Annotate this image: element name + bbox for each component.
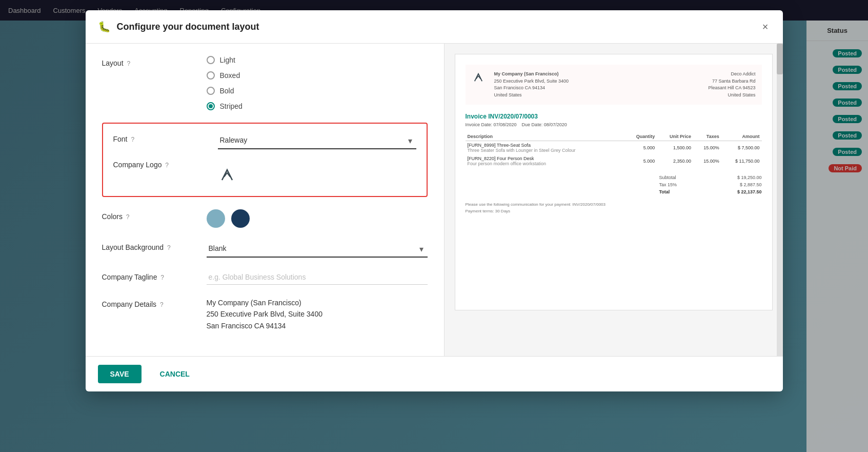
invoice-dates: Invoice Date: 07/08/2020 Due Date: 08/07… [466,122,762,127]
col-description: Description [466,132,625,141]
radio-light[interactable] [207,56,215,64]
layout-help-icon[interactable]: ? [127,60,130,67]
background-select-wrapper: Blank Geometric Custom ▾ [207,240,428,258]
font-label: Font ? [113,132,206,143]
layout-boxed-label: Boxed [220,71,240,80]
background-help-icon[interactable]: ? [167,244,171,251]
tagline-control [207,270,428,285]
bug-icon: 🐛 [98,21,111,33]
font-logo-highlight-box: Font ? Raleway Roboto Open Sans Lato [102,123,428,197]
tax-row: Tax 15% $ 2,887.50 [659,181,762,188]
col-quantity: Quantity [624,132,657,141]
layout-label: Layout ? [102,56,194,67]
company-details-text: My Company (San Francisco) 250 Executive… [207,297,428,331]
invoice-company-info: My Company (San Francisco) 250 Executive… [494,71,569,99]
layout-row: Layout ? Light Boxed [102,56,428,110]
invoice-header-area: My Company (San Francisco) 250 Executive… [466,65,762,105]
company-details-row: Company Details ? My Company (San Franci… [102,297,428,331]
invoice-table: Description Quantity Unit Price Taxes Am… [466,132,762,168]
invoice-footer: Please use the following communication f… [466,202,762,215]
invoice-preview: My Company (San Francisco) 250 Executive… [455,54,773,310]
layout-light-label: Light [220,56,235,64]
modal-overlay: 🐛 Configure your document layout × Layou… [0,0,868,452]
colors-help-icon[interactable]: ? [126,213,130,221]
company-logo-row: Company Logo ? [113,158,416,188]
tagline-row: Company Tagline ? [102,270,428,285]
font-control: Raleway Roboto Open Sans Lato ▾ [218,132,416,149]
scrollbar-thumb[interactable] [777,44,783,74]
tagline-help-icon[interactable]: ? [160,274,164,281]
background-control: Blank Geometric Custom ▾ [207,240,428,258]
save-button[interactable]: SAVE [98,365,142,383]
modal-header: 🐛 Configure your document layout × [86,10,783,44]
modal-body: Layout ? Light Boxed [86,44,783,356]
modal-title: Configure your document layout [117,22,754,32]
colors-control [207,209,428,228]
table-row: [FURN_8999] Three-Seat Sofa Three Seater… [466,141,762,155]
subtotal-row: Subtotal $ 19,250.00 [659,174,762,181]
layout-background-row: Layout Background ? Blank Geometric Cust… [102,240,428,258]
layout-option-light[interactable]: Light [207,56,428,64]
radio-boxed[interactable] [207,71,215,80]
color-swatch-2[interactable] [231,209,250,228]
layout-option-boxed[interactable]: Boxed [207,71,428,80]
col-amount: Amount [721,132,762,141]
layout-option-striped[interactable]: Striped [207,102,428,110]
color-swatches [207,209,428,228]
font-row: Font ? Raleway Roboto Open Sans Lato [113,132,416,149]
tagline-input[interactable] [207,270,428,285]
radio-bold[interactable] [207,87,215,95]
company-logo-icon [218,166,236,188]
font-help-icon[interactable]: ? [131,136,134,143]
invoice-number: Invoice INV/2020/07/0003 [466,113,762,120]
colors-row: Colors ? [102,209,428,228]
tagline-label: Company Tagline ? [102,270,194,281]
colors-label: Colors ? [102,209,194,221]
layout-background-label: Layout Background ? [102,240,194,251]
invoice-preview-panel: My Company (San Francisco) 250 Executive… [445,44,783,356]
invoice-logo-company: My Company (San Francisco) 250 Executive… [472,71,569,99]
logo-help-icon[interactable]: ? [165,162,169,169]
font-select[interactable]: Raleway Roboto Open Sans Lato [218,132,416,149]
col-taxes: Taxes [693,132,721,141]
color-swatch-1[interactable] [207,209,225,228]
layout-options: Light Boxed Bold [207,56,428,110]
font-select-wrapper: Raleway Roboto Open Sans Lato ▾ [218,132,416,149]
modal-form: Layout ? Light Boxed [86,44,445,356]
layout-bold-label: Bold [220,87,234,95]
modal-footer: SAVE CANCEL [86,356,783,391]
total-row: Total $ 22,137.50 [659,188,762,195]
invoice-logo-icon [472,71,485,87]
logo-control [218,158,416,188]
invoice-totals: Subtotal $ 19,250.00 Tax 15% $ 2,887.50 … [659,174,762,195]
col-unit-price: Unit Price [657,132,693,141]
company-details-control: My Company (San Francisco) 250 Executive… [207,297,428,331]
logo-display[interactable] [218,166,416,188]
layout-striped-label: Striped [220,102,243,110]
radio-striped[interactable] [207,102,215,110]
company-logo-label: Company Logo ? [113,158,206,169]
layout-option-bold[interactable]: Bold [207,87,428,95]
configure-document-layout-modal: 🐛 Configure your document layout × Layou… [86,10,783,391]
invoice-recipient-info: Deco Addict 77 Santa Barbara Rd Pleasant… [708,71,755,99]
background-select[interactable]: Blank Geometric Custom [207,240,428,258]
scrollbar-track[interactable] [777,44,783,356]
details-help-icon[interactable]: ? [160,301,164,308]
table-row: [FURN_8220] Four Person Desk Four person… [466,154,762,168]
modal-close-button[interactable]: × [760,19,771,34]
cancel-button[interactable]: CANCEL [148,365,202,383]
company-details-label: Company Details ? [102,297,194,308]
